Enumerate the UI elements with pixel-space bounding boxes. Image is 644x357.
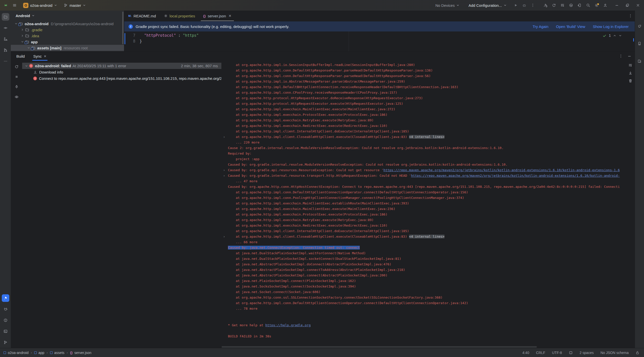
console-line[interactable]: at org.apache.http.impl.execchain.RetryE… (228, 217, 626, 223)
chevron-right-icon[interactable] (20, 34, 25, 37)
clear-all-icon[interactable] (628, 79, 632, 83)
pin-icon[interactable] (15, 85, 19, 89)
sdk-manager-icon[interactable] (560, 3, 565, 7)
close-tab-icon[interactable]: ✕ (228, 14, 231, 18)
account-icon[interactable] (603, 3, 607, 7)
search-everywhere-icon[interactable] (586, 3, 590, 7)
close-tab-icon[interactable]: ✕ (44, 54, 47, 58)
fold-expand-icon[interactable]: › (223, 234, 225, 239)
console-line[interactable] (228, 317, 626, 323)
caret-position-widget[interactable]: 4:40 (522, 351, 529, 355)
indent-widget[interactable]: 2 spaces (580, 351, 594, 355)
console-line[interactable]: ... 220 more (228, 140, 626, 145)
console-line[interactable]: at org.apache.http.impl.execchain.Protoc… (228, 212, 626, 217)
more-actions-icon[interactable] (531, 3, 535, 7)
console-line[interactable]: at org.apache.http.impl.conn.DefaultHttp… (228, 190, 626, 195)
chevron-down-icon[interactable] (13, 22, 19, 25)
console-line[interactable]: at org.apache.http.impl.client.InternalH… (228, 228, 626, 234)
build-tree-row[interactable]: !o2oa-android: failedAt 2024/03/25 15:11… (22, 63, 221, 69)
console-line[interactable]: at java.net.AbstractPlainSocketImpl.conn… (228, 273, 626, 278)
code-line[interactable]: 7 "httpProtocol" : "https" (124, 33, 635, 39)
build-tree-row[interactable]: !Connect to repo.maven.apache.org:443 [r… (22, 75, 221, 82)
version-control-tool-button[interactable] (2, 339, 9, 346)
soft-wrap-icon[interactable] (628, 63, 632, 67)
console-line[interactable]: at org.apache.http.impl.execchain.MainCl… (228, 201, 626, 206)
next-problem-icon[interactable] (619, 34, 622, 37)
console-line[interactable]: BUILD FAILED in 2m 38s (228, 334, 626, 339)
console-line[interactable]: Caused by: org.apache.http.conn.HttpHost… (228, 184, 626, 190)
console-line[interactable]: at org.apache.http.impl.execchain.RetryE… (228, 118, 626, 123)
restore-icon[interactable] (625, 3, 629, 7)
build-tree-row[interactable]: Download info (22, 69, 221, 75)
chevron-down-icon[interactable] (24, 64, 29, 67)
pull-requests-tool-button[interactable] (2, 46, 9, 54)
console-line[interactable]: at java.net.DualStackPlainSocketImpl.wai… (228, 251, 626, 256)
line-ending-widget[interactable]: CRLF (536, 351, 545, 355)
console-line[interactable]: at org.apache.http.impl.io.SessionInputB… (228, 62, 626, 68)
console-line[interactable]: Cause 2: org.gradle.internal.resolve.Mod… (228, 145, 626, 151)
project-tree-row[interactable]: o2oa-androidD:\programs\OAxuanyu\o2oa-an… (11, 21, 124, 27)
fold-expand-icon[interactable]: › (223, 167, 225, 173)
project-scrollbar[interactable] (122, 12, 124, 44)
console-line[interactable]: ›Caused by: org.gradle.api.resources.Res… (228, 167, 626, 173)
hide-tool-window-icon[interactable] (627, 54, 631, 58)
console-line[interactable]: at org.apache.http.impl.conn.CPoolProxy.… (228, 90, 626, 95)
console-line[interactable]: at java.net.AbstractPlainSocketImpl.conn… (228, 267, 626, 273)
device-mirror-icon[interactable] (578, 3, 582, 7)
console-line[interactable]: Required by: (228, 151, 626, 156)
stop-icon[interactable] (15, 75, 19, 79)
build-icon[interactable] (543, 3, 547, 7)
settings-icon[interactable] (595, 3, 599, 7)
rerun-sync-icon[interactable] (15, 65, 19, 69)
fold-expand-icon[interactable]: › (223, 134, 225, 140)
console-horizontal-scrollbar[interactable] (222, 346, 537, 348)
main-menu-button[interactable] (11, 2, 19, 8)
debug-icon[interactable] (522, 3, 526, 7)
console-line[interactable]: at java.net.SocksSocketImpl.connect(Sock… (228, 284, 626, 289)
gradle-tool-button[interactable] (636, 22, 643, 30)
console-line[interactable]: * Get more help at https://help.gradle.o… (228, 323, 626, 328)
run-configuration-selector[interactable]: Add Configuration... (466, 2, 509, 9)
console-line[interactable]: at org.apache.http.impl.execchain.Redire… (228, 123, 626, 129)
console-line[interactable]: ›Caused by: org.gradle.internal.resource… (228, 173, 626, 178)
more-tool-windows-button[interactable] (2, 57, 9, 65)
console-line[interactable]: at java.net.Socket.connect(Socket.java:6… (228, 289, 626, 295)
console-line[interactable]: at org.apache.http.impl.execchain.MainCl… (228, 206, 626, 212)
encoding-widget[interactable]: UTF-8 (552, 351, 562, 355)
build-tab-build[interactable]: Build (15, 52, 26, 61)
status-indicator-icon[interactable] (569, 351, 573, 355)
console-line[interactable]: ... 66 more (228, 239, 626, 245)
console-link[interactable]: https://repo.maven.apache.org/maven2/org… (411, 174, 620, 177)
problems-tool-button[interactable] (2, 316, 9, 324)
branch-widget[interactable]: master (62, 2, 88, 9)
tab-options-icon[interactable] (628, 14, 632, 18)
code-editor[interactable]: 7 "httpProtocol" : "https"8} 1 (124, 31, 635, 51)
console-line[interactable]: at org.apache.http.impl.conn.PoolingHttp… (228, 195, 626, 201)
running-devices-tool-button[interactable] (636, 40, 643, 47)
editor-tab-local-properties[interactable]: local.properties (160, 11, 199, 21)
banner-action-open-build-view[interactable]: Open 'Build' View (556, 24, 585, 29)
console-line[interactable]: at java.net.AbstractPlainSocketImpl.doCo… (228, 262, 626, 267)
inspection-widget[interactable]: 1 (602, 33, 622, 39)
editor-tab-server-json[interactable]: {}server.json✕ (199, 11, 235, 21)
breadcrumb-server-json[interactable]: {}server.json (70, 351, 91, 355)
console-line[interactable]: at org.apache.http.impl.DefaultBHttpClie… (228, 84, 626, 90)
console-line[interactable]: › at org.apache.http.impl.client.Closeab… (228, 234, 626, 239)
commit-tool-button[interactable] (2, 24, 9, 32)
project-tree-row[interactable]: assets [main]resources root (11, 45, 124, 51)
console-line[interactable]: ... 78 more (228, 306, 626, 311)
device-selector[interactable]: No Devices (433, 2, 462, 9)
chevron-down-icon[interactable] (26, 46, 31, 49)
project-tool-button[interactable] (2, 13, 9, 21)
console-line[interactable]: at java.net.PlainSocketImpl.connect(Plai… (228, 278, 626, 284)
banner-action-show-log-in-explorer[interactable]: Show Log in Explorer (593, 24, 629, 29)
run-icon[interactable] (514, 3, 518, 7)
project-tree-row[interactable]: .gradle (11, 27, 124, 33)
terminal-tool-button[interactable] (2, 328, 9, 335)
scroll-to-end-icon[interactable] (628, 71, 632, 75)
console-line[interactable]: Caused by: org.gradle.internal.resolve.M… (228, 162, 626, 167)
logcat-tool-button[interactable] (2, 305, 9, 313)
console-line[interactable] (228, 311, 626, 317)
prev-problem-icon[interactable] (613, 34, 616, 37)
console-line[interactable]: at java.net.DualStackPlainSocketImpl.soc… (228, 256, 626, 262)
